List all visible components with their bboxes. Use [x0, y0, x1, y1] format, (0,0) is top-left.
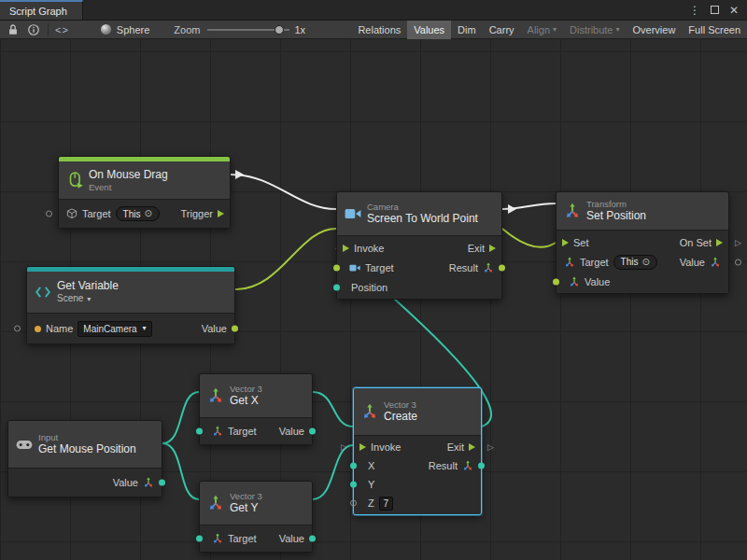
port-label-target: Target: [228, 533, 257, 544]
variable-scope-dropdown[interactable]: Scene ▾: [57, 293, 119, 305]
set-input-port[interactable]: [562, 239, 569, 246]
name-input-port[interactable]: [14, 326, 21, 332]
lock-icon[interactable]: [6, 22, 21, 37]
y-input-port[interactable]: [350, 482, 357, 488]
align-button[interactable]: Align ▾: [521, 21, 563, 39]
zoom-value: 1x: [294, 24, 305, 35]
node-title: On Mouse Drag: [89, 168, 168, 182]
target-input-port[interactable]: [196, 428, 203, 435]
align-label: Align: [528, 24, 550, 35]
port-label-on-set: On Set: [680, 237, 712, 248]
target-input-port[interactable]: [196, 536, 203, 542]
value-input-port[interactable]: [553, 278, 559, 285]
invoke-input-port[interactable]: [359, 443, 366, 451]
port-label-value: Value: [279, 426, 304, 437]
result-output-port[interactable]: [478, 463, 485, 469]
wire-getx-to-x[interactable]: [313, 392, 353, 427]
port-label-target: Target: [228, 426, 257, 437]
variable-name-dropdown[interactable]: MainCamera ▾: [78, 321, 151, 337]
graph-toolbar: <> Sphere Zoom 1x Relations Values Dim C…: [0, 21, 747, 39]
kebab-menu-icon[interactable]: ⋮: [689, 4, 700, 17]
wire-mouse-to-getx[interactable]: [162, 392, 199, 443]
value-output-port[interactable]: [232, 326, 238, 332]
node-get-x[interactable]: Vector 3 Get X Target Value: [199, 373, 313, 445]
node-get-y[interactable]: Vector 3 Get Y Target Value: [199, 481, 313, 553]
wire-result-to-value[interactable]: [502, 229, 556, 247]
node-vector3-create[interactable]: Vector 3 Create ▷ Invoke Exit ▷ X: [353, 387, 482, 515]
x-input-port[interactable]: [350, 463, 357, 469]
overview-button[interactable]: Overview: [627, 21, 683, 39]
maximize-icon[interactable]: [711, 6, 719, 14]
distribute-button[interactable]: Distribute ▾: [563, 21, 626, 39]
port-label-position: Position: [351, 282, 388, 293]
pill-text: This: [621, 257, 639, 267]
exit-output-port[interactable]: [489, 245, 496, 252]
relations-button[interactable]: Relations: [351, 21, 407, 39]
tab-script-graph[interactable]: Script Graph: [0, 0, 83, 20]
node-set-position[interactable]: Transform Set Position Set On Set ▷ Targ…: [556, 191, 729, 294]
values-button[interactable]: Values: [407, 21, 451, 39]
wire-trigger-to-invoke[interactable]: [231, 175, 336, 209]
on-set-output-port[interactable]: [716, 239, 723, 246]
value-output-port[interactable]: [735, 259, 741, 265]
node-category: Input: [38, 432, 136, 443]
mouse-drag-icon: [66, 172, 83, 189]
invoke-input-port[interactable]: [343, 245, 349, 252]
node-get-variable[interactable]: Get Variable Scene ▾ Name MainCamera ▾: [26, 266, 235, 344]
value-output-port[interactable]: [309, 428, 316, 435]
z-value-field[interactable]: 7: [379, 497, 393, 511]
node-title: Get X: [230, 394, 262, 408]
node-category: Camera: [367, 202, 478, 213]
target-this-pill[interactable]: This ⊙: [116, 206, 160, 221]
vector3-icon: [207, 495, 224, 511]
zoom-slider-knob[interactable]: [275, 25, 284, 35]
info-icon[interactable]: [26, 22, 41, 37]
node-subtitle: Event: [89, 182, 168, 193]
self-target-icon: ⊙: [641, 258, 649, 267]
wire-variable-to-target[interactable]: [235, 229, 336, 289]
port-label-trigger: Trigger: [181, 208, 213, 219]
position-input-port[interactable]: [333, 284, 340, 290]
target-input-port[interactable]: [333, 264, 340, 271]
on-set-unconnected-port[interactable]: ▷: [735, 238, 741, 246]
trigger-output-port[interactable]: [218, 210, 224, 217]
carry-button[interactable]: Carry: [483, 21, 521, 39]
node-on-mouse-drag[interactable]: On Mouse Drag Event Target This ⊙ Trigge…: [58, 156, 231, 229]
port-label-result: Result: [429, 460, 458, 471]
tab-title: Script Graph: [9, 6, 67, 17]
zoom-slider[interactable]: [207, 23, 289, 36]
value-output-port[interactable]: [159, 480, 165, 486]
value-output-port[interactable]: [309, 536, 316, 542]
transform-icon: [564, 203, 581, 219]
wire-gety-to-y[interactable]: [313, 445, 353, 499]
code-icon[interactable]: <>: [55, 24, 69, 35]
wire-mouse-to-gety[interactable]: [162, 443, 199, 499]
node-title: Set Position: [586, 209, 646, 223]
z-input-port[interactable]: [350, 500, 357, 507]
full-screen-button[interactable]: Full Screen: [682, 21, 747, 39]
port-label-target: Target: [82, 208, 111, 219]
exit-unconnected-port[interactable]: ▷: [487, 443, 494, 452]
node-title: Create: [384, 410, 417, 424]
node-screen-to-world-point[interactable]: Camera Screen To World Point Invoke Exit…: [336, 191, 502, 300]
node-title: Get Mouse Position: [38, 442, 136, 456]
chevron-down-icon: ▾: [553, 26, 557, 34]
port-label-name: Name: [46, 323, 73, 334]
exit-output-port[interactable]: [469, 443, 475, 451]
port-label-exit: Exit: [447, 441, 464, 453]
graph-canvas[interactable]: On Mouse Drag Event Target This ⊙ Trigge…: [0, 39, 747, 560]
node-header: Camera Screen To World Point: [337, 192, 501, 235]
invoke-unconnected-port[interactable]: ▷: [341, 443, 347, 452]
target-input-port[interactable]: [46, 211, 52, 217]
node-get-mouse-position[interactable]: Input Get Mouse Position Value: [7, 420, 162, 497]
port-label-value-out: Value: [680, 257, 705, 268]
vector3-type-icon: [710, 257, 721, 268]
node-header: On Mouse Drag Event: [59, 161, 230, 199]
dim-button[interactable]: Dim: [451, 21, 483, 39]
target-this-pill[interactable]: This ⊙: [613, 255, 657, 270]
zoom-label: Zoom: [174, 24, 200, 35]
vector3-type-icon: [212, 426, 223, 437]
result-output-port[interactable]: [499, 264, 505, 271]
close-icon[interactable]: ✕: [729, 4, 739, 17]
pill-text: This: [123, 209, 141, 219]
